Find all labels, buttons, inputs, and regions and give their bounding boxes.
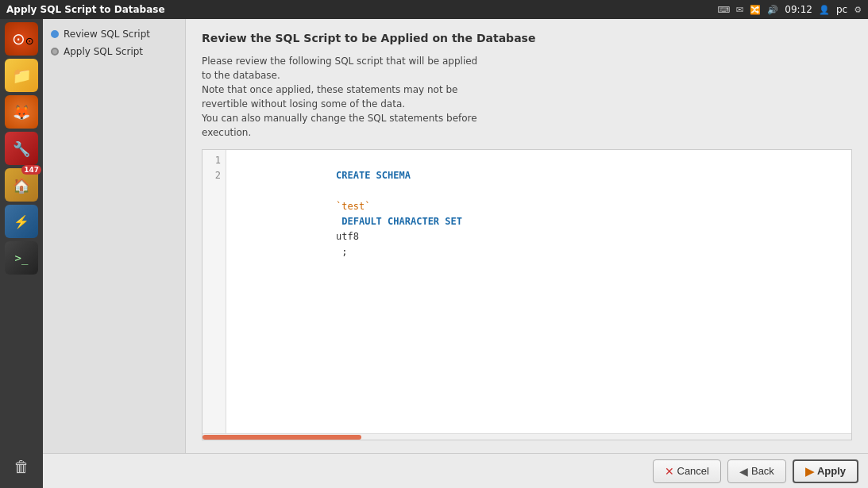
cancel-icon: ✕ bbox=[665, 465, 674, 478]
charset-value: utf8 bbox=[336, 231, 359, 242]
apply-label: Apply bbox=[817, 465, 846, 477]
titlebar: Apply SQL Script to Database ⌨ ✉ 🔀 🔊 09:… bbox=[0, 0, 868, 19]
mail-icon: ✉ bbox=[736, 5, 743, 15]
line-num-2: 2 bbox=[215, 168, 221, 183]
sidebar-item-files[interactable]: 📁 bbox=[5, 59, 38, 92]
sql-editor[interactable]: 1 2 CREATE SCHEMA `test` DEFAULT CHARACT… bbox=[202, 149, 852, 440]
sidebar-item-ubuntu[interactable]: ⊙ bbox=[5, 22, 38, 56]
user-icon: 👤 bbox=[819, 5, 830, 15]
sidebar-item-settings[interactable]: 🔧 bbox=[5, 132, 38, 165]
keyboard-icon: ⌨ bbox=[717, 5, 730, 15]
network-icon: 🔀 bbox=[750, 5, 761, 15]
cancel-button[interactable]: ✕ Cancel bbox=[653, 459, 721, 483]
desc-line4: revertible without losing some of the da… bbox=[202, 98, 405, 110]
system-icon: ⚙ bbox=[854, 5, 862, 15]
line-numbers: 1 2 bbox=[203, 150, 226, 433]
step-review-label: Review SQL Script bbox=[64, 29, 150, 40]
desc-line2: to the database. bbox=[202, 70, 280, 81]
desc-line1: Please review the following SQL script t… bbox=[202, 56, 477, 67]
window-title: Apply SQL Script to Database bbox=[6, 4, 165, 15]
desc-line6: execution. bbox=[202, 127, 251, 138]
cancel-label: Cancel bbox=[677, 465, 709, 477]
sql-line-1: CREATE SCHEMA `test` DEFAULT CHARACTER S… bbox=[233, 153, 845, 275]
sidebar-item-firefox[interactable]: 🦊 bbox=[5, 95, 38, 129]
back-button[interactable]: ◀ Back bbox=[727, 459, 786, 483]
content-area: Review SQL Script Apply SQL Script Revie… bbox=[43, 19, 868, 488]
desc-line5: You can also manually change the SQL sta… bbox=[202, 113, 477, 124]
schema-name: `test` bbox=[336, 201, 370, 212]
step-dot-apply bbox=[51, 48, 59, 56]
wizard-panel: Review SQL Script Apply SQL Script Revie… bbox=[43, 19, 868, 488]
wrench-icon: 🔧 bbox=[13, 140, 30, 157]
clock: 09:12 bbox=[785, 4, 812, 15]
apply-icon: ▶ bbox=[805, 465, 814, 478]
mysql-icon: ⚡ bbox=[14, 214, 29, 229]
notification-badge: 147 bbox=[21, 165, 41, 175]
apply-button[interactable]: ▶ Apply bbox=[793, 459, 858, 483]
main-container: ⊙ 📁 🦊 🔧 147 🏠 ⚡ >_ 🗑 bbox=[0, 19, 868, 488]
sidebar-item-mysql[interactable]: ⚡ bbox=[5, 205, 38, 238]
step-apply: Apply SQL Script bbox=[51, 46, 177, 57]
sidebar: ⊙ 📁 🦊 🔧 147 🏠 ⚡ >_ 🗑 bbox=[0, 19, 43, 488]
titlebar-right: ⌨ ✉ 🔀 🔊 09:12 👤 pc ⚙ bbox=[717, 4, 862, 15]
wizard-footer: ✕ Cancel ◀ Back ▶ Apply bbox=[43, 453, 868, 488]
wizard-description: Please review the following SQL script t… bbox=[202, 54, 852, 140]
back-label: Back bbox=[751, 465, 774, 477]
step-review: Review SQL Script bbox=[51, 29, 177, 40]
folder-icon: 📁 bbox=[12, 66, 32, 85]
desc-line3: Note that once applied, these statements… bbox=[202, 84, 457, 95]
line-num-1: 1 bbox=[215, 153, 221, 168]
sidebar-item-trash[interactable]: 🗑 bbox=[5, 450, 38, 483]
wizard-main-content: Review the SQL Script to be Applied on t… bbox=[186, 19, 868, 453]
trash-icon: 🗑 bbox=[14, 457, 29, 476]
step-dot-review bbox=[51, 30, 59, 38]
back-icon: ◀ bbox=[739, 465, 748, 478]
volume-icon: 🔊 bbox=[767, 5, 778, 15]
firefox-icon: 🦊 bbox=[13, 104, 30, 121]
keyword-default-charset: DEFAULT CHARACTER SET bbox=[336, 216, 468, 227]
sql-horizontal-scrollbar[interactable] bbox=[203, 433, 851, 440]
scrollbar-thumb bbox=[203, 435, 361, 440]
username: pc bbox=[836, 4, 847, 15]
sidebar-item-home[interactable]: 147 🏠 bbox=[5, 168, 38, 202]
step-apply-label: Apply SQL Script bbox=[64, 46, 143, 57]
wizard-title: Review the SQL Script to be Applied on t… bbox=[202, 32, 852, 44]
sql-editor-inner: 1 2 CREATE SCHEMA `test` DEFAULT CHARACT… bbox=[203, 150, 851, 433]
sql-line-2 bbox=[233, 275, 845, 290]
sql-code[interactable]: CREATE SCHEMA `test` DEFAULT CHARACTER S… bbox=[226, 150, 851, 433]
ubuntu-icon: ⊙ bbox=[12, 29, 31, 48]
semicolon: ; bbox=[336, 246, 347, 257]
sidebar-item-terminal[interactable]: >_ bbox=[5, 241, 38, 275]
home-icon: 🏠 bbox=[13, 177, 30, 194]
wizard-body: Review SQL Script Apply SQL Script Revie… bbox=[43, 19, 868, 453]
terminal-icon: >_ bbox=[15, 252, 29, 264]
steps-panel: Review SQL Script Apply SQL Script bbox=[43, 19, 186, 453]
keyword-create-schema: CREATE SCHEMA bbox=[336, 170, 411, 181]
